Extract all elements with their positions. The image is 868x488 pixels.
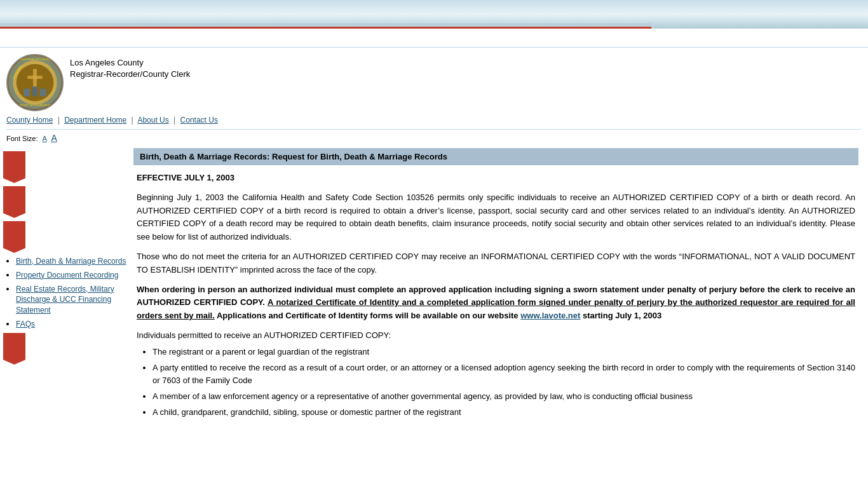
nav-sep-3: | <box>173 116 175 125</box>
about-us-link[interactable]: About Us <box>137 116 168 125</box>
list-item: Birth, Death & Marriage Records <box>16 256 130 267</box>
sidebar-link-real-estate[interactable]: Real Estate Records, Military Discharge … <box>16 285 114 315</box>
top-banner <box>0 0 868 29</box>
content-area: Birth, Death & Marriage Records: Request… <box>133 148 868 422</box>
sidebar-link-property[interactable]: Property Document Recording <box>16 271 118 280</box>
lavote-link[interactable]: www.lavote.net <box>520 311 580 320</box>
list-intro: Individuals permitted to receive an AUTH… <box>137 329 855 342</box>
list-item: Real Estate Records, Military Discharge … <box>16 284 130 316</box>
org-line2: Registrar-Recorder/County Clerk <box>70 69 190 80</box>
svg-rect-5 <box>24 89 30 97</box>
county-home-link[interactable]: County Home <box>6 116 53 125</box>
list-item-text: A child, grandparent, grandchild, siblin… <box>153 407 461 417</box>
nav-sep-2: | <box>132 116 133 125</box>
svg-rect-6 <box>32 86 37 97</box>
list-item: Property Document Recording <box>16 270 130 281</box>
sidebar: Birth, Death & Marriage Records Property… <box>0 148 133 422</box>
svg-rect-4 <box>27 76 42 79</box>
nav-divider <box>6 129 862 130</box>
sidebar-bookmark-2 <box>3 186 25 218</box>
list-item: A party entitled to receive the record a… <box>153 362 855 388</box>
second-banner <box>0 29 868 48</box>
list-item-text: A party entitled to receive the record a… <box>153 363 855 386</box>
org-info: Los Angeles County Registrar-Recorder/Co… <box>70 54 190 80</box>
sidebar-bookmark-1 <box>3 151 25 183</box>
list-item: A member of a law enforcement agency or … <box>153 390 855 403</box>
sidebar-link-birth-death[interactable]: Birth, Death & Marriage Records <box>16 257 126 266</box>
seal-svg: REGISTRAR ● REGISTRAR-RECORDER ● ● COUNT… <box>8 55 62 111</box>
effective-date: EFFECTIVE JULY 1, 2003 <box>137 172 855 185</box>
paragraph-1: Beginning July 1, 2003 the California He… <box>137 191 855 244</box>
font-size-bar: Font Size: A A <box>0 131 868 145</box>
paragraph-3: When ordering in person an authorized in… <box>137 283 855 323</box>
nav-bar: County Home | Department Home | About Us… <box>0 114 868 128</box>
main-layout: Birth, Death & Marriage Records Property… <box>0 145 868 425</box>
logo-circle: REGISTRAR ● REGISTRAR-RECORDER ● ● COUNT… <box>6 54 64 111</box>
list-item-text: The registrant or a parent or legal guar… <box>153 347 369 356</box>
font-small-link[interactable]: A <box>43 135 47 142</box>
para3-date: starting July 1, 2003 <box>580 311 661 320</box>
list-item: A child, grandparent, grandchild, siblin… <box>153 406 855 419</box>
org-line1: Los Angeles County <box>70 57 190 69</box>
font-size-label: Font Size: <box>6 135 38 142</box>
header-area: REGISTRAR ● REGISTRAR-RECORDER ● ● COUNT… <box>0 48 868 114</box>
paragraph-2: Those who do not meet the criteria for a… <box>137 250 855 277</box>
content-body: EFFECTIVE JULY 1, 2003 Beginning July 1,… <box>133 172 858 419</box>
nav-sep-1: | <box>58 116 60 125</box>
authorized-list: The registrant or a parent or legal guar… <box>137 346 855 419</box>
sidebar-link-faqs[interactable]: FAQs <box>16 320 35 329</box>
list-item: The registrant or a parent or legal guar… <box>153 346 855 359</box>
department-home-link[interactable]: Department Home <box>64 116 126 125</box>
font-large-link[interactable]: A <box>51 133 57 143</box>
contact-us-link[interactable]: Contact Us <box>180 116 218 125</box>
svg-text:● COUNTY OF LOS ANGELES ●: ● COUNTY OF LOS ANGELES ● <box>17 104 53 107</box>
content-header: Birth, Death & Marriage Records: Request… <box>133 148 858 165</box>
para3-end: Applications and Certificate of Identity… <box>217 311 520 320</box>
sidebar-bookmark-3 <box>3 221 25 253</box>
sidebar-bookmark-4 <box>3 333 25 365</box>
sidebar-links: Birth, Death & Marriage Records Property… <box>3 256 130 330</box>
logo: REGISTRAR ● REGISTRAR-RECORDER ● ● COUNT… <box>6 54 64 111</box>
list-item-text: A member of a law enforcement agency or … <box>153 391 693 401</box>
svg-rect-7 <box>40 89 46 97</box>
list-item: FAQs <box>16 319 130 330</box>
svg-text:● REGISTRAR-RECORDER ●: ● REGISTRAR-RECORDER ● <box>18 58 52 61</box>
